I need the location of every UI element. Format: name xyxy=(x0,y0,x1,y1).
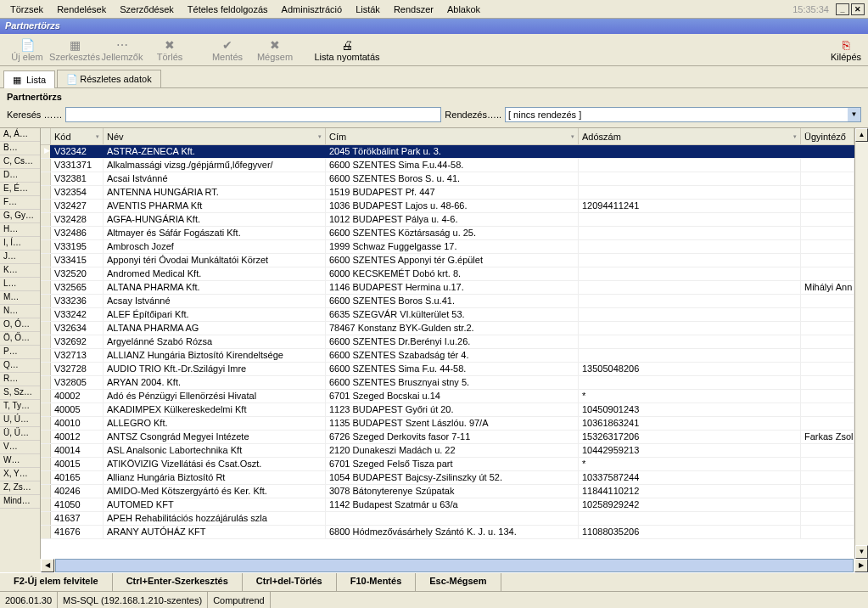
alpha-item[interactable]: D… xyxy=(0,169,40,183)
new-item-button[interactable]: 📄Új elem xyxy=(3,35,51,65)
row-marker xyxy=(41,458,51,470)
col-cim[interactable]: Cím▾ xyxy=(326,128,579,144)
cell-ugyintezo xyxy=(801,267,854,280)
alpha-item[interactable]: L… xyxy=(0,278,40,291)
col-adoszam[interactable]: Adószám▾ xyxy=(579,128,801,144)
scroll-right-button[interactable]: ▶ xyxy=(854,559,868,572)
table-row[interactable]: V32520Andromed Medical Kft.6000 KECSKEMÉ… xyxy=(41,267,854,281)
alpha-item[interactable]: A, Á… xyxy=(0,128,40,142)
minimize-button[interactable]: _ xyxy=(836,3,849,15)
cell-adoszam: 11088035206 xyxy=(579,526,801,538)
table-row[interactable]: V33415Apponyi téri Óvodai Munkáltatói Kö… xyxy=(41,254,854,267)
table-row[interactable]: 40246AMIDO-Med Kötszergyártó és Ker. Kft… xyxy=(41,485,854,498)
tab-lista[interactable]: ▦Lista xyxy=(3,70,55,88)
cell-nev: ASL Analsonic Labortechnika Kft xyxy=(104,444,326,457)
delete-icon: ✖ xyxy=(165,38,175,52)
table-row[interactable]: V32486Altmayer és Sáfár Fogászati Kft.66… xyxy=(41,227,854,240)
menu-szerzodesek[interactable]: Szerződések xyxy=(113,2,181,17)
alpha-item[interactable]: Ö, Ő… xyxy=(0,332,40,346)
scroll-track[interactable] xyxy=(855,142,868,545)
save-button[interactable]: ✔Mentés xyxy=(204,35,251,65)
alpha-item[interactable]: G, Gy… xyxy=(0,210,40,223)
table-row[interactable]: V32692Argyelánné Szabó Rózsa6600 SZENTES… xyxy=(41,335,854,349)
menu-rendszer[interactable]: Rendszer xyxy=(387,2,440,17)
table-row[interactable]: 40002Adó és Pénzügyi Ellenörzési Hivatal… xyxy=(41,390,854,403)
table-row[interactable]: 41637APEH Rehabilitációs hozzájárulás sz… xyxy=(41,512,854,526)
menu-teteles[interactable]: Tételes feldolgozás xyxy=(181,2,275,17)
table-row[interactable]: V33195Ambrosch Jozef1999 Schwaz Fuggelga… xyxy=(41,240,854,254)
alpha-item[interactable]: Ü, Ű… xyxy=(0,427,40,441)
alpha-item[interactable]: J… xyxy=(0,251,40,264)
sort-select[interactable]: [ nincs rendezés ] ▼ xyxy=(505,107,861,122)
alpha-item[interactable]: O, Ó… xyxy=(0,318,40,332)
vertical-scrollbar[interactable]: ▲ ▼ xyxy=(854,128,868,559)
alpha-item[interactable]: S, Sz… xyxy=(0,386,40,400)
table-row[interactable]: 40015ATIKÖVIZIG Vizellátási és Csat.Oszt… xyxy=(41,458,854,471)
exit-button[interactable]: ⎘Kilépés xyxy=(827,35,865,65)
close-button[interactable]: ✕ xyxy=(851,3,865,15)
cancel-button[interactable]: ✖Mégsem xyxy=(251,35,299,65)
table-row[interactable]: 40014ASL Analsonic Labortechnika Kft2120… xyxy=(41,444,854,458)
alpha-item[interactable]: B… xyxy=(0,142,40,155)
alpha-item[interactable]: F… xyxy=(0,196,40,210)
alpha-item[interactable]: K… xyxy=(0,264,40,278)
delete-button[interactable]: ✖Törlés xyxy=(146,35,193,65)
row-marker xyxy=(41,390,51,403)
table-row[interactable]: 40012ANTSZ Csongrád Megyei Intézete6726 … xyxy=(41,431,854,444)
alpha-item[interactable]: Q… xyxy=(0,359,40,373)
alpha-item[interactable]: N… xyxy=(0,305,40,318)
table-row[interactable]: V32728AUDIO TRIO Kft.-Dr.Szilágyi Imre66… xyxy=(41,363,854,376)
table-row[interactable]: 41676ARANY AUTÓHÁZ KFT6800 Hódmezővásárh… xyxy=(41,526,854,539)
menu-torzsek[interactable]: Törzsek xyxy=(3,2,50,17)
alpha-item[interactable]: P… xyxy=(0,346,40,359)
table-row[interactable]: V32381Acsai Istvánné6600 SZENTES Boros S… xyxy=(41,172,854,186)
alpha-item[interactable]: U, Ú… xyxy=(0,414,40,427)
table-row[interactable]: ▶V32342ASTRA-ZENECA Kft.2045 Törökbálint… xyxy=(41,145,854,159)
cell-ugyintezo xyxy=(801,145,854,158)
alpha-item[interactable]: V… xyxy=(0,441,40,454)
alpha-item[interactable]: T, Ty… xyxy=(0,400,40,414)
table-row[interactable]: V32805ARYAN 2004. Kft.6600 SZENTES Brusz… xyxy=(41,376,854,390)
table-row[interactable]: V32565ALTANA PHARMA Kft.1146 BUDAPEST He… xyxy=(41,281,854,295)
table-row[interactable]: V32634ALTANA PHARMA AG 78467 Konstanz BY… xyxy=(41,322,854,335)
table-row[interactable]: V331371Alkalmassági vizsg./gépjármű,lőfe… xyxy=(41,159,854,172)
alpha-item[interactable]: E, É… xyxy=(0,183,40,196)
alpha-item[interactable]: R… xyxy=(0,373,40,386)
alpha-item[interactable]: H… xyxy=(0,223,40,237)
alpha-item[interactable]: W… xyxy=(0,454,40,468)
table-row[interactable]: V32713ALLIANZ Hungária Biztosító Kirende… xyxy=(41,349,854,363)
menu-rendelesek[interactable]: Rendelések xyxy=(50,2,113,17)
col-kod[interactable]: Kód▾ xyxy=(51,128,104,144)
print-list-button[interactable]: 🖨Lista nyomtatás xyxy=(309,35,385,65)
table-row[interactable]: 41050AUTOMED KFT1142 Budapest Szatmár u … xyxy=(41,498,854,512)
table-row[interactable]: V33236Acsay Istvánné6600 SZENTES Boros S… xyxy=(41,295,854,308)
alpha-item[interactable]: M… xyxy=(0,291,40,305)
col-ugyintezo[interactable]: Ügyintéző xyxy=(801,128,854,144)
scroll-down-button[interactable]: ▼ xyxy=(855,545,868,559)
alpha-item[interactable]: Z, Zs… xyxy=(0,481,40,495)
alpha-item[interactable]: I, Í… xyxy=(0,237,40,251)
horizontal-scrollbar[interactable]: ◀ ▶ xyxy=(41,559,868,572)
alpha-item[interactable]: X, Y… xyxy=(0,468,40,481)
scroll-left-button[interactable]: ◀ xyxy=(41,559,54,572)
row-marker xyxy=(41,213,51,226)
table-row[interactable]: V32354ANTENNA HUNGÁRIA RT.1519 BUDAPEST … xyxy=(41,186,854,200)
table-row[interactable]: V33242ALEF Építőipari Kft.6635 SZEGVÁR V… xyxy=(41,308,854,322)
table-row[interactable]: 40165Allianz Hungária Biztosító Rt1054 B… xyxy=(41,471,854,485)
table-row[interactable]: 40010ALLEGRO Kft.1135 BUDAPEST Szent Lás… xyxy=(41,417,854,431)
edit-button[interactable]: ▦Szerkesztés xyxy=(51,35,98,65)
search-input[interactable] xyxy=(65,107,441,122)
tab-reszletes[interactable]: 📄Részletes adatok xyxy=(57,70,160,87)
col-nev[interactable]: Név▾ xyxy=(104,128,326,144)
table-row[interactable]: V32428AGFA-HUNGÁRIA Kft.1012 BUDAPEST Pá… xyxy=(41,213,854,227)
scroll-up-button[interactable]: ▲ xyxy=(855,128,868,142)
menu-ablakok[interactable]: Ablakok xyxy=(440,2,487,17)
properties-button[interactable]: ⋯Jellemzők xyxy=(98,35,146,65)
alpha-item[interactable]: C, Cs… xyxy=(0,155,40,169)
scroll-thumb[interactable] xyxy=(55,559,854,572)
table-row[interactable]: 40005AKADIMPEX Külkereskedelmi Kft1123 B… xyxy=(41,403,854,417)
alpha-item[interactable]: Mind… xyxy=(0,495,40,509)
table-row[interactable]: V32427AVENTIS PHARMA Kft1036 BUDAPEST La… xyxy=(41,200,854,213)
menu-adminisztracio[interactable]: Adminisztráció xyxy=(275,2,350,17)
menu-listak[interactable]: Listák xyxy=(349,2,387,17)
